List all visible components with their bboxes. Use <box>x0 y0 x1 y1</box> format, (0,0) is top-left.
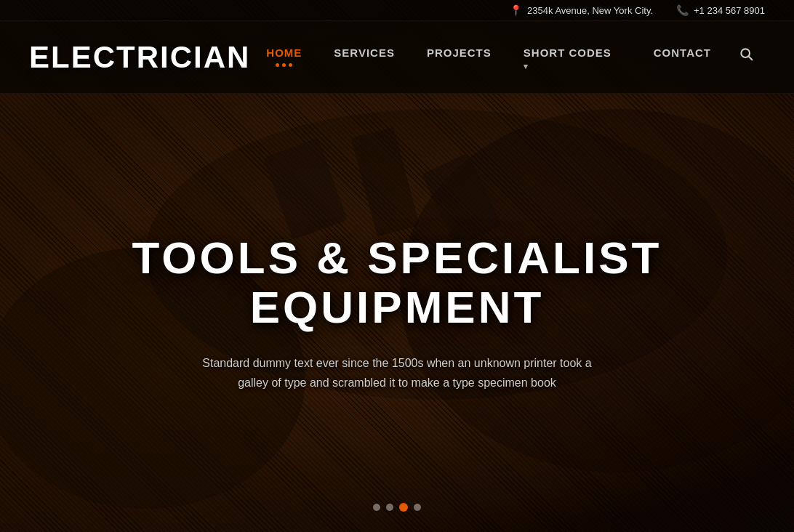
nav-item-shortcodes[interactable]: SHORT CODES ▾ <box>508 38 638 83</box>
nav-label-home: HOME <box>266 47 302 59</box>
address-item: 📍 2354k Avenue, New York City. <box>510 4 653 16</box>
site-logo[interactable]: ELECTRICIAN <box>29 40 250 75</box>
nav-active-dots <box>276 63 292 67</box>
hero-title: TOOLS & SPECIALIST EQUIPMENT <box>70 233 724 332</box>
header: ELECTRICIAN HOME SERVICES PROJECTS <box>0 21 794 94</box>
slider-dot-4[interactable] <box>414 504 421 511</box>
address-text: 2354k Avenue, New York City. <box>527 5 653 16</box>
phone-icon: 📞 <box>676 4 689 16</box>
nav-dot-3 <box>289 63 292 67</box>
slider-dot-2[interactable] <box>386 504 393 511</box>
phone-item: 📞 +1 234 567 8901 <box>676 4 765 16</box>
svg-line-7 <box>749 56 753 60</box>
hero-section: TOOLS & SPECIALIST EQUIPMENT Standard du… <box>0 94 794 532</box>
nav-dot-2 <box>282 63 286 67</box>
nav-item-contact[interactable]: CONTACT <box>638 38 727 70</box>
slider-dots <box>373 503 421 512</box>
search-icon <box>739 47 753 61</box>
slider-dot-3[interactable] <box>399 503 408 512</box>
nav-label-services: SERVICES <box>334 47 395 59</box>
nav-label-contact: CONTACT <box>654 47 711 59</box>
slider-dot-1[interactable] <box>373 504 380 511</box>
nav-search-button[interactable] <box>727 38 765 70</box>
nav-label-shortcodes: SHORT CODES ▾ <box>524 47 622 71</box>
hero-subtitle: Standard dummy text ever since the 1500s… <box>193 353 601 392</box>
nav-item-services[interactable]: SERVICES <box>318 38 411 70</box>
phone-text: +1 234 567 8901 <box>694 5 765 16</box>
nav-item-home[interactable]: HOME <box>250 38 318 76</box>
main-nav: HOME SERVICES PROJECTS SHORT C <box>250 32 765 83</box>
top-bar: 📍 2354k Avenue, New York City. 📞 +1 234 … <box>0 0 794 21</box>
location-icon: 📍 <box>510 4 522 16</box>
shortcodes-dropdown-arrow: ▾ <box>524 62 529 70</box>
nav-dot-1 <box>276 63 279 67</box>
nav-item-projects[interactable]: PROJECTS <box>411 38 508 70</box>
nav-label-projects: PROJECTS <box>427 47 492 59</box>
